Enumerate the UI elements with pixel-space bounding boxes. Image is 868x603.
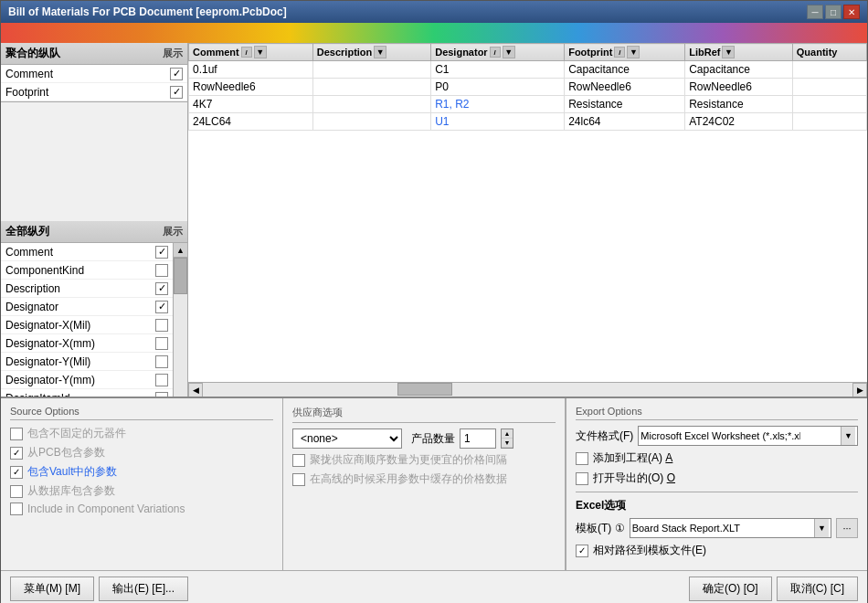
list-item: ComponentKind [1,261,173,280]
grouped-row-label-0: Comment [5,68,53,80]
td-comment-3: 24LC64 [189,113,313,131]
supplier-opt-row-0: 聚拢供应商顺序数量为更便宜的价格间隔 [292,452,556,468]
all-cols-show: 展示 [163,225,183,238]
th-quantity-label: Quantity [797,47,838,58]
td-comment-0: 0.1uf [189,61,313,79]
list-item: DesignItemId [1,389,173,397]
col-check-desx-mil[interactable] [155,319,168,332]
th-designator-label: Designator [435,47,487,58]
table-row: RowNeedle6 P0 RowNeedle6 RowNeedle6 [189,79,867,96]
cancel-button[interactable]: 取消(C) [C] [777,577,858,601]
table-row: 4K7 R1, R2 Resistance Resistance [189,96,867,113]
add-to-project-label: 添加到工程(A) A [593,450,672,466]
col-check-desx-mm[interactable] [155,337,168,350]
file-format-dropdown-icon[interactable]: ▼ [841,427,855,445]
template-select[interactable]: Board Stack Report.XLT ▼ [630,518,831,538]
td-designator-3: U1 [431,113,565,131]
template-value: Board Stack Report.XLT [632,523,740,534]
list-item: Description [1,280,173,298]
left-panel: 聚合的纵队 展示 Comment Footprint [1,43,188,397]
col-check-componentkind[interactable] [155,264,168,277]
export-button[interactable]: 输出(E) [E]... [99,577,188,601]
source-opt-label-3: 从数据库包含参数 [27,483,115,499]
list-item: Designator [1,298,173,316]
h-scroll-thumb[interactable] [397,383,452,396]
supplier-opt-check-1[interactable] [292,473,305,486]
td-quantity-2 [792,96,866,113]
supplier-qty-input[interactable] [460,428,496,449]
filter-description-icon[interactable]: ▼ [374,46,386,58]
scroll-up-btn[interactable]: ▲ [174,243,187,258]
source-opt-check-3[interactable] [10,485,23,498]
sort-footprint-icon[interactable]: / [614,47,625,58]
source-opt-check-1[interactable] [10,447,23,460]
th-libref-label: LibRef [689,47,720,58]
qty-spin-down[interactable]: ▼ [502,439,513,448]
td-description-0 [312,61,430,79]
h-scroll-track[interactable] [203,383,852,397]
th-quantity: Quantity [792,44,866,61]
source-opt-check-4[interactable] [10,503,23,515]
ok-button[interactable]: 确定(O) [O] [689,577,772,601]
qty-spin-up[interactable]: ▲ [502,429,513,439]
td-footprint-2: Resistance [565,96,685,113]
col-check-comment[interactable] [155,246,168,259]
menu-button[interactable]: 菜单(M) [M] [10,577,94,601]
file-format-label: 文件格式(F) [576,428,633,444]
list-item: Comment [1,65,187,83]
col-check-desy-mm[interactable] [155,374,168,386]
source-opt-check-2[interactable] [10,466,23,479]
h-scrollbar[interactable]: ◀ ▶ [188,382,867,397]
window-title: Bill of Materials For PCB Document [eepr… [8,5,287,18]
filter-comment-icon[interactable]: ▼ [254,46,267,58]
grouped-cols-label: 聚合的纵队 [5,46,60,61]
source-opt-check-0[interactable] [10,428,23,440]
list-item: Designator-Y(mm) [1,371,173,389]
col-check-description[interactable] [155,282,168,295]
sort-comment-icon[interactable]: / [241,47,252,58]
template-dropdown-icon[interactable]: ▼ [814,519,829,537]
maximize-button[interactable]: □ [825,5,842,19]
source-opt-row-4: Include in Component Variations [10,503,273,515]
td-footprint-0: Capacitance [565,61,685,79]
col-check-designator[interactable] [155,301,168,313]
source-opt-row-2: 包含Vault中的参数 [10,464,273,480]
supplier-opt-check-0[interactable] [292,454,305,467]
scroll-thumb[interactable] [174,258,187,294]
all-cols-label: 全部纵列 [5,224,49,239]
table-row: 0.1uf C1 Capacitance Capacitance [189,61,867,79]
sort-designator-icon[interactable]: / [490,47,501,58]
bom-table: Comment / ▼ Description ▼ [188,43,867,131]
close-button[interactable]: ✕ [843,5,860,19]
col-label-desy-mm: Designator-Y(mm) [5,374,95,386]
grouped-row-check-0[interactable] [170,68,183,80]
filter-footprint-icon[interactable]: ▼ [627,46,640,58]
filter-libref-icon[interactable]: ▼ [722,46,735,58]
relative-path-check[interactable] [576,545,588,557]
open-exported-check[interactable] [576,472,588,485]
supplier-select[interactable]: <none> [292,428,402,449]
grouped-row-check-1[interactable] [170,86,183,99]
left-scrollbar[interactable]: ▲ ▼ [173,243,187,397]
btn-group-right: 确定(O) [O] 取消(C) [C] [689,577,858,601]
grouped-spacer [1,102,187,221]
supplier-options-title: 供应商选项 [292,406,556,423]
scroll-left-btn[interactable]: ◀ [188,383,203,397]
relative-path-row: 相对路径到模板文件(E) [576,543,858,558]
td-designator-1: P0 [431,79,565,96]
list-item: Footprint [1,83,187,101]
relative-path-label: 相对路径到模板文件(E) [593,543,706,558]
supplier-opt-label-1: 在高线的时候采用参数中缓存的价格数据 [310,471,507,487]
more-button[interactable]: ··· [836,518,858,538]
td-description-1 [312,79,430,96]
scroll-right-btn[interactable]: ▶ [852,383,867,397]
open-exported-row: 打开导出的(O) O [576,471,858,486]
td-comment-1: RowNeedle6 [189,79,313,96]
file-format-select[interactable]: Microsoft Excel Worksheet (*.xls;*.xlsx;… [638,426,858,446]
source-options-panel: Source Options 包含不固定的元器件 从PCB包含参数 包含Vaul… [1,398,283,570]
filter-designator-icon[interactable]: ▼ [503,46,515,58]
add-to-project-check[interactable] [576,452,588,465]
list-item: Designator-Y(Mil) [1,353,173,371]
minimize-button[interactable]: ─ [807,5,823,19]
col-check-desy-mil[interactable] [155,355,168,368]
